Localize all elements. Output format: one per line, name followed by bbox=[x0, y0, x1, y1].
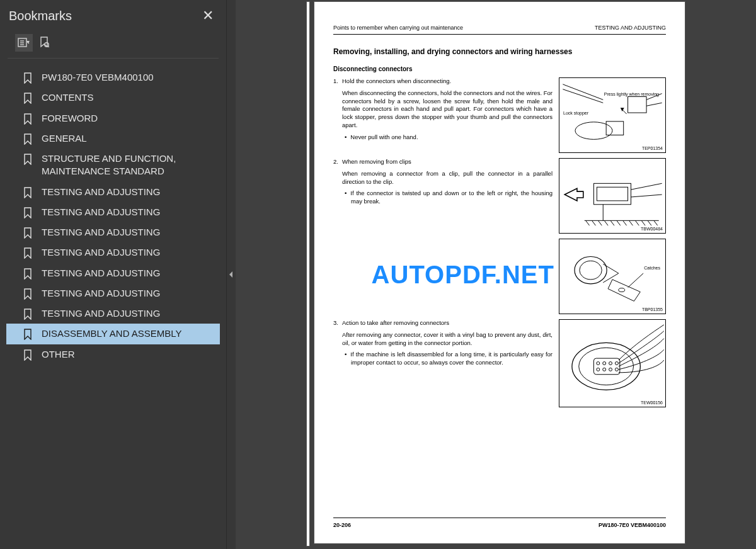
bookmark-label: TESTING AND ADJUSTING bbox=[42, 206, 214, 218]
bookmark-list: PW180-7E0 VEBM400100CONTENTSFOREWORDGENE… bbox=[0, 59, 226, 549]
page-footer: 20-206 PW180-7E0 VEBM400100 bbox=[333, 518, 666, 528]
svg-line-9 bbox=[563, 89, 603, 103]
find-bookmark-icon[interactable] bbox=[35, 34, 53, 52]
bookmark-label: PW180-7E0 VEBM400100 bbox=[42, 71, 214, 84]
sidebar-title: Bookmarks bbox=[9, 9, 72, 23]
bookmark-item[interactable]: PW180-7E0 VEBM400100 bbox=[6, 67, 220, 88]
bookmark-item[interactable]: DISASSEMBLY AND ASSEMBLY bbox=[6, 324, 220, 344]
svg-point-43 bbox=[603, 362, 606, 365]
bookmark-label: TESTING AND ADJUSTING bbox=[42, 186, 214, 198]
bookmark-label: STRUCTURE AND FUNCTION, MAINTENANCE STAN… bbox=[42, 152, 214, 178]
svg-line-30 bbox=[635, 220, 639, 225]
svg-line-31 bbox=[641, 220, 645, 225]
bookmark-item[interactable]: TESTING AND ADJUSTING bbox=[6, 182, 220, 202]
bookmark-item[interactable]: OTHER bbox=[6, 344, 220, 365]
svg-rect-11 bbox=[606, 122, 624, 135]
page-header: Points to remember when carrying out mai… bbox=[333, 25, 666, 35]
bookmark-icon bbox=[23, 268, 33, 280]
svg-line-20 bbox=[631, 195, 662, 197]
svg-rect-18 bbox=[597, 187, 627, 201]
bookmark-label: DISASSEMBLY AND ASSEMBLY bbox=[42, 327, 214, 340]
figure-id: TEP01354 bbox=[642, 146, 663, 150]
svg-line-25 bbox=[604, 220, 608, 225]
previous-page-edge bbox=[306, 1, 310, 546]
svg-point-44 bbox=[609, 362, 612, 365]
bookmark-label: CONTENTS bbox=[42, 91, 214, 104]
bookmark-item[interactable]: GENERAL bbox=[6, 128, 220, 149]
bookmark-item[interactable]: CONTENTS bbox=[6, 88, 220, 108]
svg-line-27 bbox=[617, 220, 621, 225]
section-1: 1.Hold the connectors when disconnecting… bbox=[333, 77, 666, 153]
svg-line-26 bbox=[610, 220, 614, 225]
bookmark-label: TESTING AND ADJUSTING bbox=[42, 287, 214, 300]
document-viewer[interactable]: AUTOPDF.NET Points to remember when carr… bbox=[236, 0, 756, 549]
bookmark-label: FOREWORD bbox=[42, 112, 214, 125]
figure-id: TEW00156 bbox=[641, 400, 663, 405]
bookmark-icon bbox=[23, 72, 33, 84]
svg-line-8 bbox=[563, 84, 603, 100]
close-icon[interactable]: ✕ bbox=[198, 6, 217, 25]
bookmark-item[interactable]: TESTING AND ADJUSTING bbox=[6, 202, 220, 222]
svg-line-22 bbox=[586, 220, 590, 225]
svg-rect-12 bbox=[628, 97, 647, 113]
sidebar-toolbar bbox=[8, 30, 219, 59]
svg-line-32 bbox=[648, 220, 651, 225]
svg-point-49 bbox=[615, 368, 618, 371]
bookmark-icon bbox=[23, 349, 33, 361]
bookmark-item[interactable]: TESTING AND ADJUSTING bbox=[6, 242, 220, 263]
sidebar-header: Bookmarks ✕ bbox=[0, 0, 226, 30]
svg-line-33 bbox=[654, 220, 658, 225]
bookmark-icon bbox=[23, 207, 33, 218]
svg-marker-36 bbox=[608, 280, 640, 301]
svg-rect-41 bbox=[593, 358, 619, 375]
footer-left: 20-206 bbox=[333, 522, 351, 528]
bookmark-item[interactable]: TESTING AND ADJUSTING bbox=[6, 283, 220, 303]
bookmark-icon bbox=[23, 133, 33, 145]
svg-point-40 bbox=[579, 348, 634, 385]
bookmark-label: TESTING AND ADJUSTING bbox=[42, 267, 214, 280]
bookmark-icon bbox=[23, 93, 33, 104]
svg-point-35 bbox=[580, 261, 602, 280]
section-4: 3.Action to take after removing connecto… bbox=[333, 319, 666, 407]
bookmark-icon bbox=[23, 288, 33, 300]
svg-rect-17 bbox=[594, 183, 631, 204]
bookmark-icon bbox=[23, 247, 33, 259]
bookmarks-sidebar: Bookmarks ✕ PW180-7E0 VEBM400100CONTENTS… bbox=[0, 0, 227, 549]
bookmark-icon bbox=[23, 154, 33, 165]
bookmark-item[interactable]: TESTING AND ADJUSTING bbox=[6, 263, 220, 283]
svg-line-28 bbox=[623, 220, 627, 225]
bookmark-label: TESTING AND ADJUSTING bbox=[42, 307, 214, 320]
bookmark-item[interactable]: TESTING AND ADJUSTING bbox=[6, 303, 220, 324]
svg-marker-16 bbox=[564, 188, 583, 201]
document-page: Points to remember when carrying out mai… bbox=[314, 1, 685, 544]
svg-point-47 bbox=[603, 368, 606, 371]
figure-id: TBP01355 bbox=[642, 307, 663, 312]
bookmark-icon bbox=[23, 308, 33, 320]
page-title: Removing, installing, and drying connect… bbox=[333, 47, 666, 57]
svg-line-14 bbox=[646, 103, 662, 106]
bookmark-label: GENERAL bbox=[42, 132, 214, 145]
svg-point-37 bbox=[619, 288, 625, 292]
page-subtitle: Disconnecting connectors bbox=[333, 65, 666, 72]
svg-line-19 bbox=[631, 183, 662, 190]
svg-marker-7 bbox=[229, 271, 232, 278]
svg-point-42 bbox=[597, 362, 600, 365]
section-3: Catches TBP01355 bbox=[333, 239, 666, 314]
figure-4: TEW00156 bbox=[559, 319, 666, 407]
svg-point-45 bbox=[615, 362, 618, 365]
section-3-text bbox=[333, 239, 553, 314]
bookmark-item[interactable]: FOREWORD bbox=[6, 108, 220, 128]
bookmark-label: OTHER bbox=[42, 348, 214, 361]
section-4-text: 3.Action to take after removing connecto… bbox=[333, 319, 553, 407]
svg-line-29 bbox=[629, 220, 633, 225]
outline-options-icon[interactable] bbox=[15, 34, 33, 52]
svg-line-23 bbox=[592, 220, 596, 225]
bookmark-item[interactable]: TESTING AND ADJUSTING bbox=[6, 222, 220, 242]
bookmark-label: TESTING AND ADJUSTING bbox=[42, 246, 214, 259]
figure-1: Press lightly when removing Lock stopper… bbox=[559, 77, 666, 153]
svg-line-24 bbox=[598, 220, 602, 225]
footer-right: PW180-7E0 VEBM400100 bbox=[598, 522, 666, 528]
bookmark-item[interactable]: STRUCTURE AND FUNCTION, MAINTENANCE STAN… bbox=[6, 149, 220, 182]
bookmark-icon bbox=[23, 329, 33, 340]
sidebar-collapse-handle[interactable] bbox=[227, 0, 236, 549]
